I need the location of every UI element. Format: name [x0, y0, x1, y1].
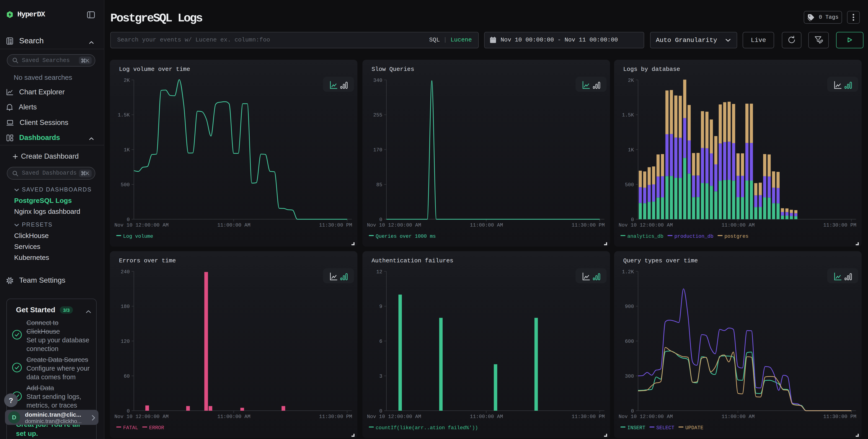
svg-text:11:00:00 AM: 11:00:00 AM: [217, 222, 250, 228]
svg-text:1.2K: 1.2K: [622, 269, 634, 275]
svg-text:Nov 10 12:00:00 AM: Nov 10 12:00:00 AM: [367, 222, 421, 228]
svg-text:Errors over time: Errors over time: [119, 257, 176, 264]
svg-text:255: 255: [373, 113, 382, 118]
svg-text:Log volume: Log volume: [123, 233, 153, 239]
svg-text:countIf(like(arr..ation failed: countIf(like(arr..ation failed%')): [376, 425, 478, 431]
svg-text:11:00:00 AM: 11:00:00 AM: [470, 222, 503, 228]
svg-text:Nov 10 12:00:00 AM: Nov 10 12:00:00 AM: [115, 414, 169, 419]
svg-text:0: 0: [379, 217, 382, 222]
svg-text:0: 0: [126, 408, 129, 414]
svg-text:11:00:00 AM: 11:00:00 AM: [721, 222, 754, 228]
svg-text:500: 500: [121, 182, 130, 188]
svg-text:?: ?: [9, 396, 13, 405]
svg-text:Nov 10 12:00:00 AM: Nov 10 12:00:00 AM: [618, 414, 673, 419]
svg-text:1K: 1K: [124, 147, 130, 153]
svg-text:11:30:00 PM: 11:30:00 PM: [823, 222, 856, 228]
svg-text:60: 60: [124, 374, 129, 379]
svg-text:0: 0: [631, 408, 634, 414]
svg-text:INSERT: INSERT: [627, 425, 645, 431]
svg-text:11:30:00 PM: 11:30:00 PM: [571, 222, 604, 228]
svg-text:Logs by database: Logs by database: [623, 66, 680, 73]
svg-text:900: 900: [625, 304, 634, 310]
svg-text:500: 500: [625, 182, 634, 188]
svg-text:340: 340: [373, 77, 382, 83]
svg-text:3: 3: [379, 374, 382, 379]
svg-text:SELECT: SELECT: [656, 425, 674, 431]
svg-text:Log volume over time: Log volume over time: [119, 66, 190, 73]
svg-text:180: 180: [121, 304, 130, 310]
svg-text:85: 85: [376, 182, 382, 188]
svg-text:1K: 1K: [628, 147, 634, 153]
svg-text:11:00:00 AM: 11:00:00 AM: [721, 414, 754, 419]
svg-text:analytics_db: analytics_db: [627, 233, 663, 239]
svg-text:Nov 10 12:00:00 AM: Nov 10 12:00:00 AM: [618, 222, 673, 228]
svg-text:0: 0: [379, 408, 382, 414]
svg-text:FATAL: FATAL: [123, 425, 138, 431]
svg-text:11:00:00 AM: 11:00:00 AM: [217, 414, 250, 419]
svg-text:9: 9: [379, 304, 382, 310]
svg-text:11:30:00 PM: 11:30:00 PM: [571, 414, 604, 419]
svg-text:240: 240: [121, 269, 130, 275]
svg-text:2K: 2K: [124, 77, 130, 83]
svg-text:600: 600: [625, 339, 634, 345]
svg-text:postgres: postgres: [724, 233, 748, 239]
svg-text:6: 6: [379, 339, 382, 345]
svg-text:Nov 10 12:00:00 AM: Nov 10 12:00:00 AM: [367, 414, 421, 419]
svg-text:0: 0: [126, 217, 129, 222]
svg-text:ERROR: ERROR: [149, 425, 164, 431]
svg-text:11:30:00 PM: 11:30:00 PM: [319, 222, 352, 228]
svg-text:11:00:00 AM: 11:00:00 AM: [470, 414, 503, 419]
svg-text:production_db: production_db: [674, 233, 713, 239]
svg-text:Authentication failures: Authentication failures: [372, 257, 454, 264]
svg-text:11:30:00 PM: 11:30:00 PM: [319, 414, 352, 419]
svg-text:Nov 10 12:00:00 AM: Nov 10 12:00:00 AM: [115, 222, 169, 228]
svg-text:2K: 2K: [628, 77, 634, 83]
svg-text:300: 300: [625, 374, 634, 379]
svg-text:Queries over 1000 ms: Queries over 1000 ms: [376, 233, 436, 239]
svg-text:11:30:00 PM: 11:30:00 PM: [823, 414, 856, 419]
svg-text:UPDATE: UPDATE: [685, 425, 703, 431]
svg-text:Query types over time: Query types over time: [623, 257, 698, 264]
svg-text:Slow Queries: Slow Queries: [372, 66, 414, 73]
svg-text:0: 0: [631, 217, 634, 222]
svg-text:170: 170: [373, 147, 382, 153]
svg-text:1.5K: 1.5K: [622, 113, 634, 118]
svg-text:1.5K: 1.5K: [118, 113, 130, 118]
svg-text:12: 12: [376, 269, 382, 275]
svg-text:120: 120: [121, 339, 130, 345]
